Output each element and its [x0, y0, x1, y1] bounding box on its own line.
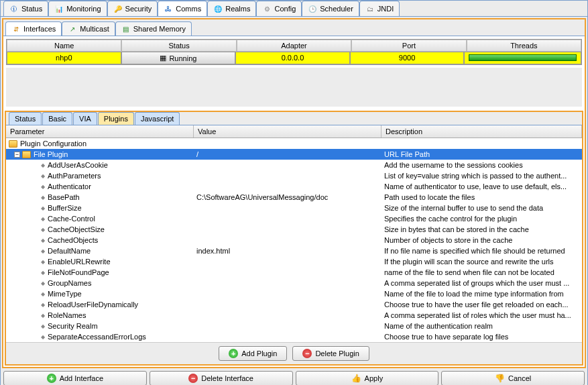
col-status[interactable]: Status — [121, 40, 236, 52]
if-status: ▦ Running — [121, 52, 236, 64]
param-mimetype[interactable]: ◆MimeTypeName of the file to load the mi… — [6, 288, 582, 299]
param-separateaccessanderrorlogs[interactable]: ◆SeparateAccessandErrorLogsChoose true t… — [6, 331, 582, 342]
param-rolenames[interactable]: ◆RoleNamesA comma seperated list of role… — [6, 310, 582, 321]
comms-icon: 🖧 — [164, 4, 173, 13]
param-security realm[interactable]: ◆Security RealmName of the authenticatio… — [6, 321, 582, 331]
bullet-icon: ◆ — [41, 205, 45, 211]
param-defaultname[interactable]: ◆DefaultNameindex.htmlIf no file name is… — [6, 245, 582, 256]
col-name[interactable]: Name — [7, 40, 121, 52]
interfaces-icon: ⇵ — [11, 24, 21, 34]
tab-security[interactable]: 🔑Security — [107, 1, 158, 16]
if-adapter: 0.0.0.0 — [235, 52, 350, 64]
param-authenticator[interactable]: ◆AuthenticatorName of authenticator to u… — [6, 181, 582, 192]
detailtab-status[interactable]: Status — [9, 112, 42, 125]
tree-root[interactable]: Plugin Configuration — [6, 138, 582, 149]
bullet-icon: ◆ — [41, 237, 45, 243]
minus-icon: − — [302, 349, 312, 358]
comms-panel: ⇵Interfaces↗Multicast▤Shared Memory Name… — [2, 18, 586, 368]
apply-button[interactable]: Apply — [296, 371, 439, 385]
hdr-parameter[interactable]: Parameter — [6, 125, 194, 138]
plugin-tree[interactable]: Plugin Configuration−File Plugin/URL Fil… — [6, 138, 582, 342]
tab-status[interactable]: 🛈Status — [3, 1, 48, 16]
app-window: 🛈Status📊Monitoring🔑Security🖧Comms🌐Realms… — [0, 0, 588, 385]
bullet-icon: ◆ — [41, 334, 45, 340]
add-plugin-button[interactable]: + Add Plugin — [219, 346, 287, 361]
param-cache-control[interactable]: ◆Cache-ControlSpecifies the cache contro… — [6, 213, 582, 224]
realms-icon: 🌐 — [213, 4, 223, 13]
interface-row[interactable]: nhp0 ▦ Running 0.0.0.0 9000 — [7, 52, 581, 64]
plus-icon: + — [229, 349, 238, 358]
bullet-icon: ◆ — [41, 291, 45, 297]
delete-interface-button[interactable]: − Delete Interface — [150, 371, 293, 385]
subtab-shared-memory[interactable]: ▤Shared Memory — [115, 21, 192, 36]
sub-tabs: ⇵Interfaces↗Multicast▤Shared Memory — [3, 19, 585, 36]
folder-icon — [22, 151, 31, 158]
security-icon: 🔑 — [113, 4, 123, 13]
hdr-value[interactable]: Value — [194, 125, 381, 138]
detailtab-basic[interactable]: Basic — [42, 112, 72, 125]
detailtab-plugins[interactable]: Plugins — [98, 112, 134, 125]
param-reloaduserfiledynamically[interactable]: ◆ReloadUserFileDynamicallyChoose true to… — [6, 299, 582, 310]
bullet-icon: ◆ — [41, 227, 45, 233]
param-buffersize[interactable]: ◆BufferSizeSize of the internal buffer t… — [6, 203, 582, 213]
bullet-icon: ◆ — [41, 216, 45, 222]
param-filenotfoundpage[interactable]: ◆FileNotFoundPagename of the file to sen… — [6, 267, 582, 278]
subtab-multicast[interactable]: ↗Multicast — [62, 21, 115, 36]
bullet-icon: ◆ — [41, 313, 45, 319]
col-port[interactable]: Port — [351, 40, 466, 52]
interfaces-table: Name Status Adapter Port Threads nhp0 ▦ … — [6, 39, 582, 65]
tab-config[interactable]: ⚙Config — [256, 1, 302, 16]
config-icon: ⚙ — [262, 4, 272, 13]
bullet-icon: ◆ — [41, 173, 45, 179]
plugin-buttons: + Add Plugin − Delete Plugin — [6, 342, 582, 364]
param-authparameters[interactable]: ◆AuthParametersList of key=value string … — [6, 170, 582, 181]
plus-icon: + — [47, 374, 56, 383]
tab-comms[interactable]: 🖧Comms — [158, 1, 207, 16]
tab-realms[interactable]: 🌐Realms — [207, 1, 256, 16]
shared-memory-icon: ▤ — [121, 24, 131, 34]
param-basepath[interactable]: ◆BasePathC:\SoftwareAG\UniversalMessagin… — [6, 192, 582, 203]
subtab-interfaces[interactable]: ⇵Interfaces — [5, 21, 62, 36]
param-enableurlrewrite[interactable]: ◆EnableURLRewriteIf the plugin will scan… — [6, 256, 582, 267]
spacer — [6, 68, 582, 107]
folder-icon — [9, 140, 17, 148]
if-name: nhp0 — [7, 52, 121, 64]
minus-icon: − — [188, 374, 198, 383]
thumb-down-icon — [495, 374, 505, 383]
interface-detail: StatusBasicVIAPluginsJavascript Paramete… — [5, 111, 583, 366]
jndi-icon: 🗂 — [365, 4, 375, 13]
main-tabs: 🛈Status📊Monitoring🔑Security🖧Comms🌐Realms… — [1, 1, 587, 17]
bullet-icon: ◆ — [41, 323, 45, 329]
bullet-icon: ◆ — [41, 280, 45, 286]
bullet-icon: ◆ — [41, 195, 45, 201]
bullet-icon: ◆ — [41, 259, 45, 265]
tree-file-plugin[interactable]: −File Plugin/URL File Path — [6, 149, 582, 160]
monitoring-icon: 📊 — [54, 4, 64, 13]
tab-scheduler[interactable]: 🕒Scheduler — [302, 1, 359, 16]
detailtab-via[interactable]: VIA — [73, 112, 97, 125]
tab-monitoring[interactable]: 📊Monitoring — [48, 1, 107, 16]
hdr-description[interactable]: Description — [381, 125, 582, 138]
cancel-button[interactable]: Cancel — [441, 371, 585, 385]
col-adapter[interactable]: Adapter — [237, 40, 351, 52]
bullet-icon: ◆ — [41, 162, 45, 168]
bullet-icon: ◆ — [41, 270, 45, 276]
tab-jndi[interactable]: 🗂JNDI — [359, 1, 400, 16]
thumb-up-icon — [351, 374, 361, 383]
param-cachedobjects[interactable]: ◆CachedObjectsNumber of objects to store… — [6, 235, 582, 245]
detail-tabs: StatusBasicVIAPluginsJavascript — [6, 112, 582, 125]
delete-plugin-button[interactable]: − Delete Plugin — [292, 346, 369, 361]
collapse-icon[interactable]: − — [14, 152, 20, 158]
param-groupnames[interactable]: ◆GroupNamesA comma seperated list of gro… — [6, 278, 582, 288]
threads-bar — [469, 54, 577, 61]
multicast-icon: ↗ — [68, 24, 77, 34]
add-interface-button[interactable]: + Add Interface — [3, 371, 147, 385]
col-threads[interactable]: Threads — [467, 40, 581, 52]
detailtab-javascript[interactable]: Javascript — [135, 112, 180, 125]
param-adduserascookie[interactable]: ◆AddUserAsCookieAdd the username to the … — [6, 160, 582, 170]
scheduler-icon: 🕒 — [308, 4, 317, 13]
if-threads — [464, 52, 581, 64]
bullet-icon: ◆ — [41, 302, 45, 308]
bullet-icon: ◆ — [41, 184, 45, 190]
param-cacheobjectsize[interactable]: ◆CacheObjectSizeSize in bytes that can b… — [6, 224, 582, 235]
